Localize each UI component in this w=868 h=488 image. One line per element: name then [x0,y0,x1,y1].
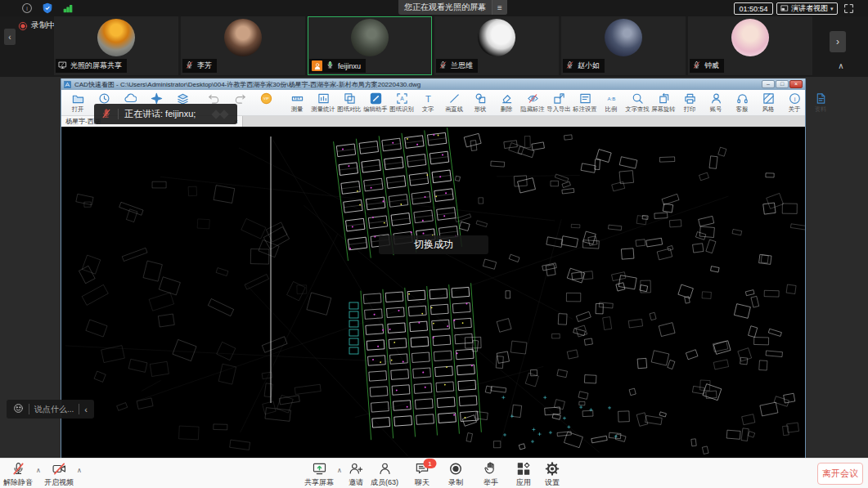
cad-tool-plane[interactable] [143,91,169,105]
cad-tool-label: 文字查找 [625,105,649,113]
shared-screen-cad-window: CAD快速看图 - C:\Users\Administrator\Desktop… [61,78,806,458]
cad-tool-label: 标注设置 [573,105,596,113]
cad-drawing [61,127,805,459]
view-mode-label: 演讲者视图 [791,3,828,14]
cad-tool-text[interactable]: T文字 [415,91,441,114]
cad-tool-folder[interactable]: 打开 [65,91,91,114]
participant-name: 李芳 [197,60,212,71]
cad-tool-docs[interactable]: 资料 [807,91,834,114]
participant-tile[interactable]: 李芳 [181,16,305,75]
banner-menu-icon[interactable]: ≡ [492,0,507,15]
cad-tool-label: 打开 [72,105,84,113]
cad-tool-label: 导入导出 [546,105,570,113]
cad-tool-cloud[interactable] [117,91,143,105]
chat-input-placeholder[interactable]: 说点什么... [34,404,74,415]
layout-icon [780,4,789,14]
cad-tool-redo[interactable] [227,91,253,105]
settings-button[interactable]: 设置 [545,461,560,488]
strip-collapse-chevron[interactable]: ∧ [834,61,848,70]
close-button[interactable]: × [789,80,803,88]
docs-icon [815,92,827,105]
info-icon[interactable]: i [21,2,33,14]
participant-tile[interactable]: 光照的屏幕共享 [54,16,178,75]
invite-button[interactable]: 邀请 [349,461,364,488]
cad-tool-print[interactable]: 打印 [677,91,703,114]
avatar [605,19,642,56]
raise-hand-button[interactable]: 举手 [483,461,499,488]
cad-canvas[interactable] [61,127,805,459]
screen-share-icon [58,60,67,71]
stats-icon [317,92,330,105]
cad-tool-clock[interactable] [91,91,117,105]
cad-tool-rotate[interactable]: 屏幕旋转 [650,91,677,114]
participant-tile[interactable]: 钟威 [688,16,812,75]
cad-tool-shape[interactable]: 形状 [467,91,493,114]
unmute-button[interactable]: 解除静音 [3,461,33,488]
cad-tool-support[interactable]: 客服 [729,91,755,114]
cad-tool-editassist[interactable]: 编辑助手 [362,91,389,114]
cad-tool-label: 删除 [501,105,513,113]
minimize-button[interactable]: – [762,80,775,88]
participant-tile[interactable]: 兰思维 [434,16,559,75]
cad-tool-scale[interactable]: A:B比例 [598,91,624,114]
unmute-options-chevron[interactable]: ∧ [36,467,41,474]
share-screen-options-chevron[interactable]: ∧ [337,467,342,474]
participant-tile[interactable]: feijinxu [308,16,432,75]
cad-tool-hideannot[interactable]: 隐藏标注 [519,91,546,114]
cad-tool-vip[interactable]: VIP [253,91,279,105]
watermark-logo [213,111,227,118]
cad-tool-compare[interactable]: 图纸对比 [336,91,362,114]
participant-name: 兰思维 [451,60,473,71]
quick-chat-bar[interactable]: 说点什么... ‹ [7,400,94,419]
cad-tool-annotsettings[interactable]: 标注设置 [572,91,598,114]
divider [79,404,79,414]
cad-tool-recognize[interactable]: A图纸识别 [389,91,415,114]
mic-muted-icon [185,60,194,71]
cad-tool-label: 测量统计 [311,105,335,113]
chat-button[interactable]: 1聊天 [415,461,430,488]
share-screen-button[interactable]: 共享屏幕 [304,461,334,488]
start-video-button[interactable]: 开启视频 [44,461,74,488]
participant-name-tag: 钟威 [690,59,724,73]
signal-icon[interactable] [62,2,74,14]
strip-prev-button[interactable]: ‹ [4,29,16,45]
participant-tile[interactable]: 赵小如 [561,16,686,75]
strip-next-button[interactable]: › [830,31,846,52]
cad-tool-style[interactable]: 风格 [755,91,781,114]
bottom-item-label: 成员(63) [371,477,398,488]
view-mode-selector[interactable]: 演讲者视图 ▾ [776,2,838,15]
cad-tool-line[interactable]: 画直线 [441,91,467,114]
leave-meeting-button[interactable]: 离开会议 [817,463,863,485]
start-video-options-chevron[interactable]: ∧ [77,467,82,474]
apps-button[interactable]: 应用 [516,461,532,488]
chat-badge: 1 [424,459,437,468]
cad-tool-layers[interactable] [169,91,196,105]
members-button[interactable]: 成员(63) [371,461,398,488]
avatar [224,19,262,56]
emoji-icon[interactable] [13,402,24,417]
chat-collapse-chevron[interactable]: ‹ [84,405,88,414]
record-icon [448,461,464,477]
cad-tool-undo[interactable] [200,91,227,105]
cad-tool-stats[interactable]: 测量统计 [310,91,336,114]
cad-tool-label: 编辑助手 [363,105,387,113]
clock-icon [98,92,110,105]
bottom-item-label: 解除静音 [3,477,33,488]
findtext-icon [632,92,644,105]
divider [118,109,119,119]
cad-tool-importexport[interactable]: 导入导出 [546,91,572,114]
maximize-button[interactable]: □ [776,80,789,88]
record-button[interactable]: 录制 [448,461,464,488]
shield-icon[interactable] [42,2,53,14]
cad-tool-label: 打印 [684,105,696,113]
cad-tool-about[interactable]: i关于 [781,91,807,114]
avatar [731,19,769,56]
speaking-indicator: 正在讲话: feijinxu; [94,104,237,124]
text-icon: T [422,92,434,105]
cad-tool-account[interactable]: 账号 [703,91,729,114]
cad-tool-findtext[interactable]: 文字查找 [624,91,650,114]
fullscreen-icon[interactable] [843,2,855,14]
layers-icon [177,92,189,105]
cad-tool-erase[interactable]: 删除 [493,91,519,114]
cad-tool-ruler[interactable]: 测量 [284,91,310,114]
